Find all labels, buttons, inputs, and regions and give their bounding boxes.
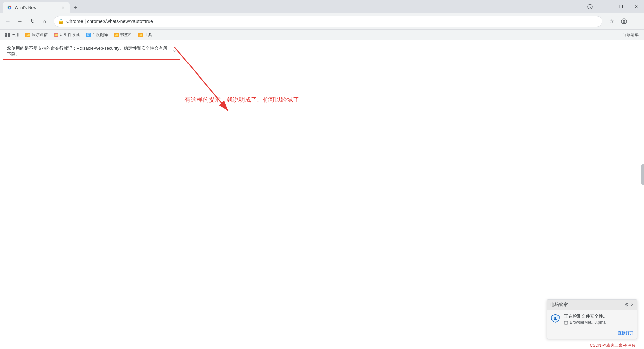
window-controls: — ❐ ✕ [582, 0, 644, 13]
svg-rect-10 [565, 323, 566, 323]
warning-close-button[interactable]: × [173, 48, 176, 54]
active-tab[interactable]: What's New ✕ [3, 2, 70, 13]
bookmark-walltong[interactable]: 📁 沃尔通信 [23, 31, 50, 39]
notification-body-subtitle: BrowserMet...8.pma [564, 320, 634, 325]
notification-action-button[interactable]: 直接打开 [618, 331, 634, 335]
bookmark-bookmarks-bar[interactable]: 📁 书签栏 [111, 31, 135, 39]
url-path: chrome://whats-new/?auto=true [87, 19, 153, 24]
bookmark-tools[interactable]: 📁 工具 [136, 31, 155, 39]
bookmark-baidu-label: 百度翻译 [92, 32, 108, 38]
notification-header-icons: ⚙ × [625, 302, 634, 307]
security-icon: 🔒 [58, 19, 64, 24]
bookmark-star-button[interactable]: ☆ [606, 16, 617, 27]
minimize-button[interactable]: — [598, 0, 613, 13]
notification-header: 电脑管家 ⚙ × [547, 300, 637, 310]
notification-close-icon[interactable]: × [631, 302, 634, 307]
bookmark-icon-bookmarks: 📁 [114, 33, 119, 37]
maximize-button[interactable]: ❐ [613, 0, 629, 13]
tab-strip: What's New ✕ + [0, 0, 80, 13]
refresh-button[interactable]: ↻ [27, 16, 38, 27]
tab-favicon [7, 5, 12, 10]
bookmark-bookmarks-label: 书签栏 [120, 32, 132, 38]
bookmark-icon-baidu: 百 [86, 33, 91, 37]
url-separator: | [83, 19, 87, 24]
bookmark-ui-label: UI组件收藏 [60, 32, 80, 38]
svg-point-4 [623, 20, 625, 22]
back-button[interactable]: ← [3, 16, 13, 27]
notification-title: 电脑管家 [550, 302, 568, 308]
apps-label: 应用 [11, 32, 19, 38]
svg-rect-9 [565, 322, 567, 322]
bookmark-icon-tools: 📁 [138, 33, 143, 37]
home-button[interactable]: ⌂ [39, 16, 50, 27]
chrome-update-button[interactable] [582, 0, 598, 13]
bookmark-walltong-label: 沃尔通信 [32, 32, 48, 38]
url-prefix: Chrome [66, 19, 83, 24]
bookmark-tools-label: 工具 [144, 32, 152, 38]
titlebar: What's New ✕ + — ❐ ✕ [0, 0, 644, 13]
security-warning-banner: 您使用的是不受支持的命令行标记：--disable-web-security。稳… [3, 43, 180, 60]
omnibox[interactable]: 🔒 Chrome | chrome://whats-new/?auto=true [54, 16, 602, 27]
toolbar-right: ☆ ⋮ [606, 16, 641, 27]
toolbar: ← → ↻ ⌂ 🔒 Chrome | chrome://whats-new/?a… [0, 13, 644, 30]
annotation-text: 有这样的提示，就说明成了。你可以跨域了。 [184, 96, 305, 104]
annotation-arrow [174, 47, 241, 121]
notification-footer: 直接打开 [547, 328, 637, 339]
bookmark-ui[interactable]: 📁 UI组件收藏 [51, 31, 83, 39]
reading-list-label: 阅读清单 [623, 32, 639, 37]
notification-settings-icon[interactable]: ⚙ [625, 302, 629, 307]
notification-popup: 电脑管家 ⚙ × 正在检测文件安全性... BrowserMet...8.pma… [547, 299, 637, 339]
bookmark-icon-walltong: 📁 [25, 33, 30, 37]
bookmark-baidu-translate[interactable]: 百 百度翻译 [83, 31, 111, 39]
csdn-watermark: CSDN @农夫三泉-有弓疫 [588, 342, 637, 349]
url-display: Chrome | chrome://whats-new/?auto=true [66, 19, 598, 24]
notification-body: 正在检测文件安全性... BrowserMet...8.pma [547, 310, 637, 328]
notification-info: 正在检测文件安全性... BrowserMet...8.pma [564, 313, 634, 325]
bookmarks-bar: 应用 📁 沃尔通信 📁 UI组件收藏 百 百度翻译 📁 书签栏 📁 工具 阅读清… [0, 30, 644, 40]
apps-shortcut[interactable]: 应用 [3, 31, 22, 39]
menu-button[interactable]: ⋮ [631, 16, 641, 27]
reading-list-button[interactable]: 阅读清单 [620, 31, 641, 39]
new-tab-button[interactable]: + [71, 3, 80, 12]
browser-window: What's New ✕ + — ❐ ✕ ← → ↻ ⌂ 🔒 [0, 0, 644, 349]
close-tab-button[interactable]: ✕ [60, 5, 66, 10]
notification-shield-icon [550, 313, 560, 323]
close-button[interactable]: ✕ [629, 0, 644, 13]
tab-title: What's New [15, 5, 58, 10]
warning-text: 您使用的是不受支持的命令行标记：--disable-web-security。稳… [7, 45, 170, 57]
forward-button[interactable]: → [15, 16, 25, 27]
bookmark-icon-ui: 📁 [54, 33, 58, 37]
sidebar-handle[interactable] [641, 164, 644, 185]
profile-button[interactable] [619, 16, 629, 27]
apps-grid-icon [5, 33, 10, 37]
notification-body-title: 正在检测文件安全性... [564, 313, 634, 319]
